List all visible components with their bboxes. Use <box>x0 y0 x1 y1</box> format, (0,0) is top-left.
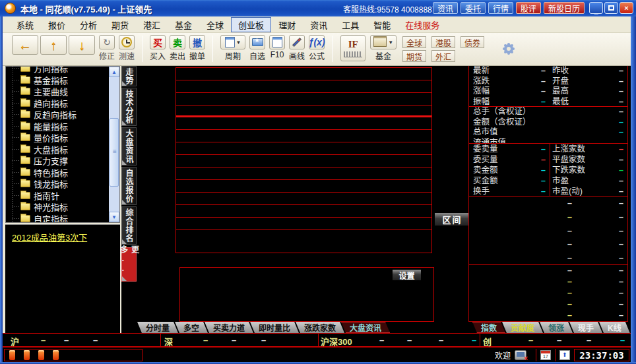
minimize-button[interactable]: _ <box>589 2 603 14</box>
tree-item-label: 反趋向指标 <box>34 108 77 121</box>
header-button[interactable]: 股评 <box>516 2 541 14</box>
fund-button[interactable]: ▼ 基金 <box>370 35 397 61</box>
formula-button[interactable]: ƒ(x) 公式 <box>309 35 325 61</box>
speed-test-button[interactable]: 测速 <box>119 35 135 61</box>
tree-item[interactable]: 指南针 <box>6 190 109 202</box>
right-tab-贡献度[interactable]: 贡献度 <box>502 322 543 333</box>
market-button[interactable]: 港股 <box>431 36 455 48</box>
vertical-tab-4[interactable]: 自选报价 <box>121 167 137 205</box>
tree-item[interactable]: 方向指标 <box>6 66 109 75</box>
taskbar-icon[interactable] <box>38 350 44 360</box>
quote-value: – <box>541 144 546 154</box>
right-tab-K线[interactable]: K线 <box>599 322 630 333</box>
down-arrow-button[interactable]: ↓ <box>69 35 95 55</box>
header-button[interactable]: 新股日历 <box>544 2 585 14</box>
tree-item[interactable]: 趋向指标 <box>6 98 109 109</box>
market-button[interactable]: 全球 <box>402 36 426 48</box>
quote-value: – <box>567 276 572 288</box>
scroll-up-icon[interactable]: ▲ <box>109 67 119 77</box>
gear-icon[interactable] <box>504 44 513 53</box>
bottom-tab-买卖力道[interactable]: 买卖力道 <box>205 322 253 333</box>
range-button[interactable]: 区间 <box>434 212 470 226</box>
quote-value: – <box>541 66 546 76</box>
watchlist-button[interactable]: 自选 <box>249 35 265 61</box>
menu-item[interactable]: 系统 <box>9 17 41 32</box>
menu-item[interactable]: 基金 <box>168 17 199 32</box>
bottom-tab-大盘资讯[interactable]: 大盘资讯 <box>341 322 390 333</box>
vertical-tab-1[interactable]: 走势 <box>121 66 137 86</box>
menu-item[interactable]: 创业板 <box>231 17 271 32</box>
back-arrow-button[interactable]: ← <box>12 35 38 55</box>
tree-item[interactable]: 反趋向指标 <box>6 109 109 121</box>
menu-item[interactable]: 智能 <box>366 17 398 32</box>
status-value: – <box>203 335 208 345</box>
right-tab-指数[interactable]: 指数 <box>472 322 505 333</box>
tree-item[interactable]: 量价指标 <box>6 132 109 144</box>
menu-item[interactable]: 分析 <box>73 17 104 32</box>
right-tab-现手[interactable]: 现手 <box>569 322 602 333</box>
maximize-button[interactable] <box>604 2 618 14</box>
calendar-icon[interactable]: 17 <box>540 350 551 360</box>
taskbar-icon[interactable] <box>53 350 59 360</box>
right-tab-领涨[interactable]: 领涨 <box>540 322 573 333</box>
market-up-icon[interactable] <box>559 350 570 360</box>
connection-monitor-icon[interactable] <box>515 350 526 360</box>
period-button[interactable]: ▼ 周期 <box>220 35 245 61</box>
watchlist-folder-icon <box>252 38 263 46</box>
window-border-left <box>0 16 3 364</box>
close-button[interactable]: × <box>620 2 633 14</box>
taskbar: 欢迎 17 23:37:03 <box>3 347 631 362</box>
tree-item[interactable]: 钱龙指标 <box>6 178 109 190</box>
header-button[interactable]: 委托 <box>461 2 486 14</box>
market-button[interactable]: 期货 <box>402 50 426 62</box>
tree-item[interactable]: 能量指标 <box>6 121 109 133</box>
tree-item[interactable]: 自定指标 <box>6 213 109 224</box>
vertical-tab-5[interactable]: 综合排名 <box>121 206 137 245</box>
chart-grid[interactable] <box>175 67 432 253</box>
menu-item[interactable]: 报价 <box>41 17 73 32</box>
sell-button[interactable]: 卖 卖出 <box>170 35 185 61</box>
if-stock-button[interactable]: IF <box>340 35 366 61</box>
up-arrow-button[interactable]: ↑ <box>40 35 67 55</box>
bottom-tab-分时量[interactable]: 分时量 <box>137 322 178 333</box>
menu-item[interactable]: 在线服务 <box>398 17 447 32</box>
f10-button[interactable]: F10 <box>269 35 285 59</box>
tree-item[interactable]: 神光指标 <box>6 201 109 213</box>
tree-scrollbar[interactable]: ▲ ▼ <box>109 67 119 222</box>
vertical-tab-6[interactable]: 更多... <box>121 247 137 282</box>
menu-item[interactable]: 理财 <box>271 17 303 32</box>
correct-button[interactable]: ↻ 修正 <box>99 35 115 61</box>
menu-item[interactable]: 期货 <box>104 17 136 32</box>
folder-icon <box>20 123 30 130</box>
tree-item[interactable]: 主要曲线 <box>6 86 109 98</box>
menu-item[interactable]: 工具 <box>334 17 366 32</box>
buy-button[interactable]: 买 买入 <box>150 35 166 61</box>
vertical-tab-2[interactable]: 技术分析 <box>121 88 137 126</box>
vertical-tab-3[interactable]: 大盘资讯 <box>121 127 137 166</box>
header-button[interactable]: 行情 <box>488 2 513 14</box>
bottom-tab-即时量比[interactable]: 即时量比 <box>250 322 299 333</box>
news-link[interactable]: 2012成品油第3次下 <box>12 231 87 243</box>
menu-item[interactable]: 资讯 <box>303 17 334 32</box>
tree-item[interactable]: 压力支撑 <box>6 155 109 167</box>
scrollbar-thumb[interactable] <box>110 118 119 187</box>
cancel-order-button[interactable]: 撤 撤单 <box>189 35 205 61</box>
grid-row <box>176 130 431 142</box>
market-button[interactable]: 债券 <box>461 36 484 48</box>
draw-line-button[interactable]: 画线 <box>289 35 305 61</box>
tree-item[interactable]: 大盘指标 <box>6 144 109 156</box>
market-button[interactable]: 外汇 <box>431 50 455 62</box>
scroll-down-icon[interactable]: ▼ <box>109 212 119 222</box>
tree-item[interactable]: 基金指标 <box>6 75 109 86</box>
tree-item-label: 基金指标 <box>34 74 68 86</box>
settings-button[interactable]: 设置 <box>392 269 422 281</box>
bottom-tab-涨跌家数[interactable]: 涨跌家数 <box>296 322 344 333</box>
header-button[interactable]: 资讯 <box>433 2 458 14</box>
taskbar-icon[interactable] <box>24 350 30 360</box>
menu-item[interactable]: 港汇 <box>136 17 168 32</box>
indicator-tree: 方向指标基金指标主要曲线趋向指标反趋向指标能量指标量价指标大盘指标压力支撑特色指… <box>5 66 120 223</box>
bottom-tab-多空[interactable]: 多空 <box>175 322 208 333</box>
taskbar-icon[interactable] <box>9 350 15 360</box>
tree-item[interactable]: 特色指标 <box>6 167 109 179</box>
menu-item[interactable]: 全球 <box>199 17 231 32</box>
